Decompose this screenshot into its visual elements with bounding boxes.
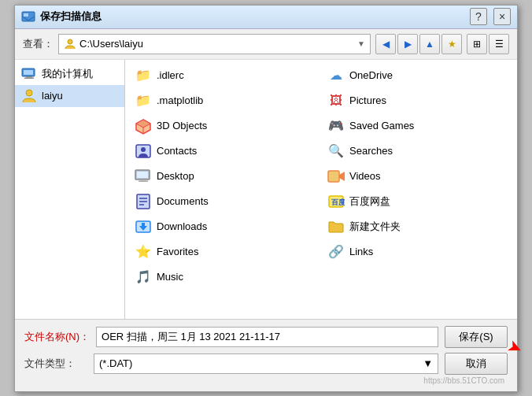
my-computer-label: 我的计算机 — [42, 67, 93, 81]
file-name-pictures: Pictures — [349, 94, 386, 106]
documents-icon — [135, 193, 152, 210]
list-icon: ☰ — [495, 39, 504, 50]
svg-point-7 — [26, 90, 32, 96]
path-combo[interactable]: C:\Users\laiyu ▼ — [58, 34, 371, 54]
sidebar-item-my-computer[interactable]: 我的计算机 — [15, 63, 124, 85]
path-text: C:\Users\laiyu — [79, 38, 143, 50]
file-item-new-folder[interactable]: 新建文件夹 — [321, 214, 514, 239]
nav-buttons: ◀ ▶ ▲ ★ — [375, 34, 462, 54]
svg-rect-16 — [139, 180, 148, 182]
file-name-matplotlib: .matplotlib — [157, 94, 203, 106]
videos-icon — [327, 168, 345, 185]
back-button[interactable]: ◀ — [375, 34, 396, 54]
folder-icon-idlerc: 📁 — [135, 67, 152, 84]
file-name-baidu: 百度网盘 — [349, 194, 390, 209]
view-buttons: ⊞ ☰ — [467, 34, 509, 54]
links-icon: 🔗 — [327, 243, 345, 261]
file-name-new-folder: 新建文件夹 — [349, 220, 401, 234]
up-button[interactable]: ▲ — [419, 34, 440, 54]
music-icon: 🎵 — [135, 268, 152, 286]
svg-text:百度: 百度 — [331, 198, 345, 206]
svg-rect-17 — [328, 171, 339, 182]
filename-label: 文件名称(N)： — [24, 330, 90, 344]
title-bar: 保存扫描信息 ? × — [15, 6, 517, 29]
main-area: 我的计算机 laiyu 📁 .idlerc ☁ — [15, 60, 517, 320]
save-button[interactable]: 保存(S) — [445, 326, 508, 348]
file-name-searches: Searches — [349, 145, 393, 157]
up-icon: ▲ — [425, 39, 434, 50]
look-label: 查看： — [23, 37, 54, 51]
file-name-music: Music — [157, 271, 183, 283]
new-folder-icon — [327, 218, 345, 235]
file-item-baidu[interactable]: 百度 百度网盘 — [321, 189, 514, 214]
svg-rect-5 — [26, 76, 32, 78]
file-list: 📁 .idlerc ☁ OneDrive 📁 .matplotlib 🖼 Pic… — [125, 60, 517, 319]
folder-icon-matplotlib: 📁 — [135, 92, 152, 109]
sidebar: 我的计算机 laiyu — [15, 60, 125, 319]
my-computer-icon — [21, 66, 37, 82]
svg-point-12 — [141, 147, 146, 152]
file-name-3d-objects: 3D Objects — [157, 120, 207, 131]
grid-icon: ⊞ — [473, 39, 481, 50]
svg-marker-18 — [339, 172, 345, 181]
file-name-favorites: Favorites — [157, 246, 198, 257]
file-name-links: Links — [349, 246, 373, 257]
user-icon — [64, 38, 76, 50]
svg-rect-1 — [24, 13, 28, 17]
baidu-icon: 百度 — [327, 193, 345, 210]
cloud-icon-onedrive: ☁ — [327, 67, 345, 84]
file-item-3d-objects[interactable]: 3D Objects — [128, 113, 321, 139]
file-item-contacts[interactable]: Contacts — [128, 139, 321, 164]
file-item-downloads[interactable]: Downloads — [128, 214, 321, 239]
watermark: https://bbs.51CTO.com — [24, 375, 508, 385]
forward-icon: ▶ — [405, 39, 412, 50]
file-item-videos[interactable]: Videos — [321, 164, 514, 189]
forward-button[interactable]: ▶ — [397, 34, 418, 54]
cancel-button[interactable]: 取消 — [445, 353, 508, 375]
desktop-icon — [135, 168, 152, 185]
dialog-title: 保存扫描信息 — [40, 9, 102, 24]
recent-button[interactable]: ★ — [441, 34, 462, 54]
file-item-searches[interactable]: 🔍 Searches — [321, 139, 514, 164]
file-name-idlerc: .idlerc — [157, 69, 184, 81]
dialog-icon — [21, 9, 35, 24]
filename-input[interactable] — [96, 327, 438, 347]
file-item-pictures[interactable]: 🖼 Pictures — [321, 88, 514, 113]
file-name-contacts: Contacts — [157, 145, 197, 157]
path-combo-text: C:\Users\laiyu — [64, 38, 143, 50]
file-name-downloads: Downloads — [157, 220, 207, 232]
contacts-icon — [135, 142, 152, 160]
toolbar: 查看： C:\Users\laiyu ▼ ◀ ▶ ▲ ★ — [15, 29, 517, 60]
svg-rect-15 — [140, 179, 146, 181]
title-bar-left: 保存扫描信息 — [21, 9, 102, 24]
filename-row: 文件名称(N)： 保存(S) ➤ — [24, 326, 508, 348]
close-button[interactable]: × — [493, 8, 511, 25]
file-name-documents: Documents — [157, 195, 209, 207]
file-item-music[interactable]: 🎵 Music — [128, 265, 321, 290]
filetype-combo[interactable]: (*.DAT) ▼ — [94, 353, 438, 374]
list-view-button[interactable]: ☰ — [489, 34, 509, 54]
file-item-idlerc[interactable]: 📁 .idlerc — [128, 63, 321, 88]
svg-rect-4 — [24, 70, 33, 75]
svg-rect-14 — [137, 172, 148, 178]
svg-rect-6 — [24, 77, 34, 79]
file-item-desktop[interactable]: Desktop — [128, 164, 321, 189]
bottom-area: 文件名称(N)： 保存(S) ➤ 文件类型： (*.DAT) ▼ 取消 http… — [15, 320, 517, 391]
3d-icon — [135, 117, 152, 135]
pictures-icon: 🖼 — [327, 92, 345, 109]
file-item-saved-games[interactable]: 🎮 Saved Games — [321, 113, 514, 139]
back-icon: ◀ — [382, 39, 390, 50]
file-name-onedrive: OneDrive — [349, 69, 393, 81]
file-item-matplotlib[interactable]: 📁 .matplotlib — [128, 88, 321, 113]
path-dropdown-arrow: ▼ — [357, 39, 365, 48]
help-button[interactable]: ? — [470, 8, 487, 25]
searches-icon: 🔍 — [327, 142, 345, 160]
sidebar-item-laiyu[interactable]: laiyu — [15, 85, 124, 107]
file-item-favorites[interactable]: ⭐ Favorites — [128, 239, 321, 265]
file-item-links[interactable]: 🔗 Links — [321, 239, 514, 265]
save-dialog: 保存扫描信息 ? × 查看： C:\Users\laiyu ▼ ◀ ▶ — [14, 5, 518, 392]
games-icon: 🎮 — [327, 117, 345, 135]
file-item-onedrive[interactable]: ☁ OneDrive — [321, 63, 514, 88]
grid-view-button[interactable]: ⊞ — [467, 34, 487, 54]
file-item-documents[interactable]: Documents — [128, 189, 321, 214]
